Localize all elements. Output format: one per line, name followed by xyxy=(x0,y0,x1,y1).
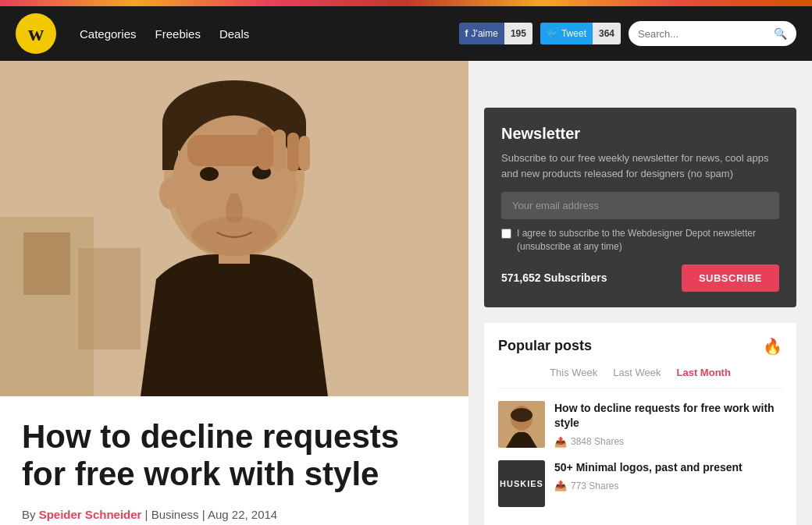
byline-separator1: | xyxy=(145,508,151,521)
popular-posts-section: Popular posts 🔥 This Week Last Week Last… xyxy=(484,323,796,525)
popular-tabs: This Week Last Week Last Month xyxy=(498,367,782,388)
nav-right: f J'aime 195 🐦 Tweet 364 🔍 xyxy=(459,21,796,46)
newsletter-checkbox[interactable] xyxy=(501,229,511,239)
post-shares-count-1: 3848 Shares xyxy=(571,436,624,447)
main-content: How to decline requests for free work wi… xyxy=(0,61,812,525)
svg-rect-14 xyxy=(287,133,299,172)
nav-categories[interactable]: Categories xyxy=(80,27,137,41)
email-input[interactable] xyxy=(501,192,779,219)
checkbox-row: I agree to subscribe to the Webdesigner … xyxy=(501,227,779,254)
svg-rect-3 xyxy=(78,248,141,349)
sidebar-top-space xyxy=(484,61,796,108)
svg-point-17 xyxy=(191,217,277,256)
svg-rect-12 xyxy=(258,127,272,170)
newsletter-description: Subscribe to our free weekly newsletter … xyxy=(501,151,779,181)
article-title: How to decline requests for free work wi… xyxy=(22,418,447,494)
post-item-1: How to decline requests for free work wi… xyxy=(498,401,782,448)
article-byline: By Speider Schneider | Business | Aug 22… xyxy=(22,508,447,521)
post-thumb-2: HUSKIES xyxy=(498,460,545,507)
subscribers-count: 571,652 Subscribers xyxy=(501,271,607,284)
byline-prefix: By xyxy=(22,508,36,521)
facebook-icon: f xyxy=(465,28,468,39)
post-item-2: HUSKIES 50+ Minimal logos, past and pres… xyxy=(498,460,782,507)
twitter-icon: 🐦 xyxy=(547,28,558,39)
post-shares-1: 📤 3848 Shares xyxy=(554,436,782,448)
twitter-button[interactable]: 🐦 Tweet 364 xyxy=(540,23,621,44)
nav-links: Categories Freebies Deals xyxy=(80,27,436,41)
post-info-2: 50+ Minimal logos, past and present 📤 77… xyxy=(554,460,782,492)
facebook-count: 195 xyxy=(504,23,532,44)
svg-rect-15 xyxy=(299,136,310,171)
subscribe-button[interactable]: SUBSCRIBE xyxy=(682,264,779,292)
search-input[interactable] xyxy=(638,28,769,40)
svg-point-18 xyxy=(159,178,181,209)
tab-this-week[interactable]: This Week xyxy=(550,367,597,378)
post-shares-count-2: 773 Shares xyxy=(571,481,618,491)
main-navbar: w Categories Freebies Deals f J'aime 195… xyxy=(0,6,812,61)
newsletter-box: Newsletter Subscribe to our free weekly … xyxy=(484,108,796,307)
right-sidebar: Newsletter Subscribe to our free weekly … xyxy=(468,61,812,525)
popular-posts-header: Popular posts 🔥 xyxy=(498,337,782,356)
article-category: Business xyxy=(151,508,199,521)
nav-freebies[interactable]: Freebies xyxy=(155,27,201,41)
post-shares-2: 📤 773 Shares xyxy=(554,480,782,491)
author-link[interactable]: Speider Schneider xyxy=(39,508,142,521)
left-column: How to decline requests for free work wi… xyxy=(0,61,468,525)
flame-icon: 🔥 xyxy=(763,337,782,356)
post-thumb-1 xyxy=(498,401,545,448)
svg-point-9 xyxy=(200,167,219,181)
nav-deals[interactable]: Deals xyxy=(219,27,249,41)
facebook-button[interactable]: f J'aime 195 xyxy=(459,23,532,44)
newsletter-title: Newsletter xyxy=(501,125,779,143)
tab-last-month[interactable]: Last Month xyxy=(677,367,731,378)
search-box: 🔍 xyxy=(629,21,796,46)
top-decorative-bar xyxy=(0,0,812,6)
svg-rect-13 xyxy=(273,129,286,170)
checkbox-label: I agree to subscribe to the Webdesigner … xyxy=(517,227,779,254)
svg-point-21 xyxy=(511,408,532,422)
article-meta: How to decline requests for free work wi… xyxy=(0,396,468,521)
article-date: Aug 22, 2014 xyxy=(208,508,277,521)
article-hero-image xyxy=(0,61,468,396)
twitter-label: 🐦 Tweet xyxy=(540,23,593,44)
post-title-link-1[interactable]: How to decline requests for free work wi… xyxy=(554,401,782,431)
facebook-label: f J'aime xyxy=(459,23,504,44)
share-icon-1: 📤 xyxy=(554,436,567,448)
subscribe-row: 571,652 Subscribers SUBSCRIBE xyxy=(501,264,779,292)
share-icon-2: 📤 xyxy=(554,480,567,491)
hero-image-svg xyxy=(0,61,468,396)
post-title-link-2[interactable]: 50+ Minimal logos, past and present xyxy=(554,460,782,476)
popular-posts-title: Popular posts xyxy=(498,338,592,354)
post-info-1: How to decline requests for free work wi… xyxy=(554,401,782,448)
tab-last-week[interactable]: Last Week xyxy=(613,367,661,378)
twitter-count: 364 xyxy=(593,23,621,44)
svg-rect-2 xyxy=(23,232,70,295)
site-logo[interactable]: w xyxy=(16,13,56,54)
search-icon: 🔍 xyxy=(774,27,787,40)
byline-separator2: | xyxy=(202,508,208,521)
